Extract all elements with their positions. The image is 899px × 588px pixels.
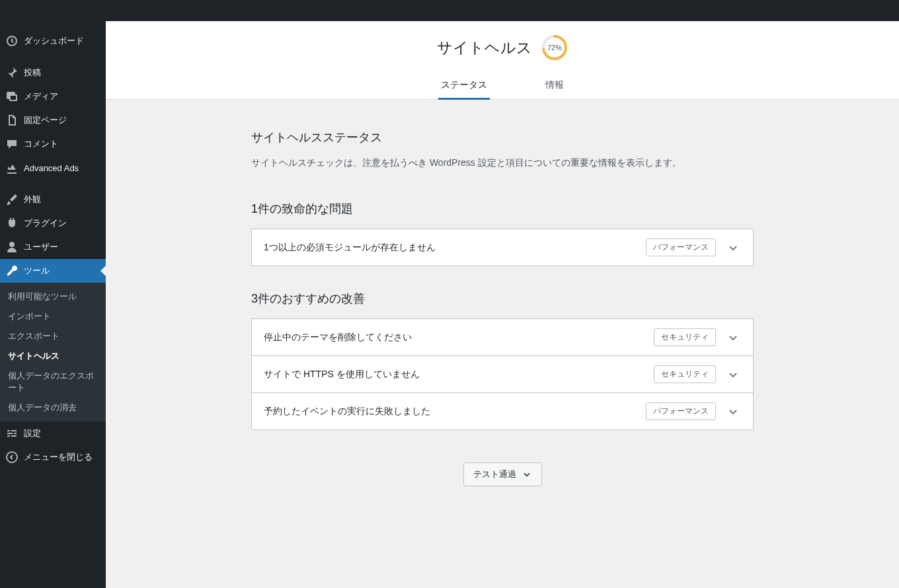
test-passed-label: テスト通過 xyxy=(473,468,516,480)
issue-title: サイトで HTTPS を使用していません xyxy=(264,369,654,381)
sidebar-item-collapse[interactable]: メニューを閉じる xyxy=(0,445,106,469)
status-section-desc: サイトヘルスチェックは、注意を払うべき WordPress 設定と項目についての… xyxy=(251,157,754,169)
dashboard-icon xyxy=(5,34,19,48)
brush-icon xyxy=(5,193,19,206)
issue-title: 1つ以上の必須モジュールが存在しません xyxy=(264,242,646,254)
tab-info[interactable]: 情報 xyxy=(543,73,567,99)
issue-title: 予約したイベントの実行に失敗しました xyxy=(264,406,646,418)
collapse-icon xyxy=(5,451,19,464)
sidebar-item-plugins[interactable]: プラグイン xyxy=(0,211,106,235)
recommended-heading: 3件のおすすめの改善 xyxy=(251,291,754,307)
sidebar-item-label: Advanced Ads xyxy=(24,163,79,173)
sidebar-item-label: ツール xyxy=(24,265,50,277)
issue-badge: パフォーマンス xyxy=(646,402,716,420)
media-icon xyxy=(5,90,19,103)
status-section-title: サイトヘルスステータス xyxy=(251,129,754,145)
health-progress-ring: 72% xyxy=(541,34,568,61)
comment-icon xyxy=(5,137,19,151)
page-header: サイトヘルス 72% ステータス 情報 xyxy=(106,21,899,100)
pin-icon xyxy=(5,66,19,79)
header-tabs: ステータス 情報 xyxy=(106,73,899,100)
sidebar-item-pages[interactable]: 固定ページ xyxy=(0,108,106,132)
sliders-icon xyxy=(5,427,19,440)
sidebar-item-advanced-ads[interactable]: Advanced Ads xyxy=(0,156,106,180)
chart-icon xyxy=(5,161,19,174)
submenu-item-export-personal[interactable]: 個人データのエクスポート xyxy=(0,366,106,398)
sidebar-item-label: メニューを閉じる xyxy=(24,451,93,463)
sidebar-item-tools[interactable]: ツール xyxy=(0,259,106,283)
sidebar-item-settings[interactable]: 設定 xyxy=(0,422,106,445)
issue-row[interactable]: 1つ以上の必須モジュールが存在しません パフォーマンス xyxy=(251,229,754,266)
chevron-down-icon[interactable] xyxy=(725,240,741,256)
sidebar-item-label: プラグイン xyxy=(24,217,67,229)
submenu-item-export[interactable]: エクスポート xyxy=(0,326,106,346)
sidebar-item-users[interactable]: ユーザー xyxy=(0,235,106,259)
plugin-icon xyxy=(5,217,19,230)
chevron-down-icon[interactable] xyxy=(725,330,741,346)
test-passed-button[interactable]: テスト通過 xyxy=(463,462,542,486)
issue-title: 停止中のテーマを削除してください xyxy=(264,332,654,344)
submenu-item-import[interactable]: インポート xyxy=(0,307,106,326)
page-icon xyxy=(5,114,19,127)
issue-badge: セキュリティ xyxy=(654,328,716,346)
main-content: サイトヘルス 72% ステータス 情報 サイトヘルスステータス サイトヘルスチェ… xyxy=(106,21,899,588)
sidebar-item-media[interactable]: メディア xyxy=(0,85,106,108)
user-icon xyxy=(5,240,19,254)
submenu-item-available-tools[interactable]: 利用可能なツール xyxy=(0,287,106,307)
chevron-down-icon xyxy=(522,469,532,480)
admin-sidebar: ダッシュボード 投稿 メディア 固定ページ コメント Advanced Ads … xyxy=(0,21,106,588)
wrench-icon xyxy=(5,264,19,277)
issue-badge: パフォーマンス xyxy=(646,239,716,256)
sidebar-item-label: 設定 xyxy=(24,427,41,439)
sidebar-item-comments[interactable]: コメント xyxy=(0,132,106,156)
issue-row[interactable]: 停止中のテーマを削除してください セキュリティ xyxy=(251,318,754,356)
sidebar-item-label: メディア xyxy=(24,91,58,102)
sidebar-item-dashboard[interactable]: ダッシュボード xyxy=(0,29,106,53)
chevron-down-icon[interactable] xyxy=(725,367,741,383)
sidebar-item-label: 投稿 xyxy=(24,67,41,79)
critical-heading: 1件の致命的な問題 xyxy=(251,201,754,217)
sidebar-item-label: ユーザー xyxy=(24,241,58,253)
issue-row[interactable]: サイトで HTTPS を使用していません セキュリティ xyxy=(251,355,754,393)
svg-point-0 xyxy=(7,452,17,462)
tab-status[interactable]: ステータス xyxy=(438,73,490,100)
sidebar-item-label: 外観 xyxy=(24,194,41,205)
submenu-item-erase-personal[interactable]: 個人データの消去 xyxy=(0,398,106,418)
sidebar-item-label: 固定ページ xyxy=(24,114,67,126)
sidebar-item-appearance[interactable]: 外観 xyxy=(0,188,106,211)
issue-row[interactable]: 予約したイベントの実行に失敗しました パフォーマンス xyxy=(251,392,754,430)
sidebar-submenu-tools: 利用可能なツール インポート エクスポート サイトヘルス 個人データのエクスポー… xyxy=(0,283,106,422)
page-title: サイトヘルス xyxy=(437,38,532,58)
submenu-item-site-health[interactable]: サイトヘルス xyxy=(0,346,106,366)
chevron-down-icon[interactable] xyxy=(725,404,741,420)
sidebar-item-label: コメント xyxy=(24,138,58,150)
sidebar-item-label: ダッシュボード xyxy=(24,35,84,47)
issue-badge: セキュリティ xyxy=(654,365,716,383)
sidebar-item-posts[interactable]: 投稿 xyxy=(0,61,106,85)
admin-topbar xyxy=(0,0,899,21)
